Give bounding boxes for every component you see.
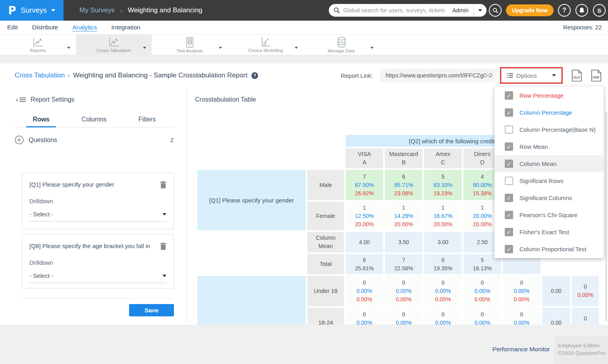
product-switcher-label: Surveys: [21, 6, 46, 15]
questions-label: Questions: [29, 137, 57, 144]
toolbar-item-label: Cross-Tabulation: [97, 48, 131, 53]
search-scope-selector[interactable]: Admin: [448, 4, 474, 17]
drilldown-select[interactable]: - Select -: [29, 211, 166, 221]
checkbox-checked-icon[interactable]: ✓: [505, 211, 513, 219]
performance-monitor-link[interactable]: Performance Monitor: [492, 346, 550, 353]
options-menu-item-label: Row Percentage: [519, 92, 564, 99]
data-cell: 00.00%0.00%: [385, 276, 423, 306]
column-header: MastercardB: [385, 148, 423, 168]
row-question-cell: [Q1] Please specify your gender: [197, 170, 306, 230]
data-cell: 00.00%0.00%: [463, 308, 501, 325]
options-menu-item-significant-columns[interactable]: ✓Significant Columns: [494, 189, 604, 206]
add-question-icon[interactable]: [15, 135, 24, 144]
question-card-q8: [Q8] Please specify the age bracket you …: [22, 234, 174, 289]
toolbar-item-text-analysis[interactable]: Text Analysis: [152, 35, 228, 55]
nav-tab-distribute[interactable]: Distribute: [31, 21, 59, 34]
vertical-scrollbar[interactable]: [605, 112, 607, 322]
line-chart-icon: [33, 37, 43, 47]
checkbox-checked-icon[interactable]: ✓: [505, 91, 513, 100]
data-cell: 00.00%0.00%: [503, 308, 540, 325]
help-button[interactable]: ?: [558, 4, 571, 17]
report-help-icon[interactable]: ?: [251, 72, 258, 79]
options-menu-item-column-percentage[interactable]: ✓Column Percentage: [494, 104, 604, 121]
checkbox-checked-icon[interactable]: ✓: [505, 228, 513, 236]
delete-question-button[interactable]: [160, 243, 166, 250]
toolbar-item-reports[interactable]: Reports: [0, 35, 76, 55]
report-url-box[interactable]: https://www.questionpro.com/t/lFFCZg: [380, 69, 496, 82]
report-url[interactable]: https://www.questionpro.com/t/lFFCZg: [386, 72, 483, 79]
checkbox-checked-icon[interactable]: ✓: [505, 108, 513, 117]
toolbar-item-label: Manage Data: [328, 48, 355, 53]
chevron-down-icon[interactable]: [371, 43, 374, 50]
data-cell: 112.50%20.00%: [345, 202, 383, 230]
top-breadcrumb: My Surveys › Weighting and Balancing: [79, 6, 203, 14]
settings-tab-columns[interactable]: Columns: [68, 113, 120, 127]
search-submit-button[interactable]: [489, 4, 502, 17]
settings-header: ‹ Report Settings: [16, 96, 186, 103]
chevron-down-icon[interactable]: [219, 43, 222, 50]
options-button[interactable]: Options: [502, 69, 561, 82]
chevron-down-icon[interactable]: [295, 43, 298, 50]
drilldown-select-value: - Select -: [29, 272, 162, 279]
link-icon[interactable]: [483, 73, 492, 78]
drilldown-select[interactable]: - Select -: [29, 272, 166, 283]
data-cell: 116.67%20.00%: [424, 202, 462, 230]
upgrade-now-button[interactable]: Upgrade Now: [506, 4, 554, 16]
drilldown-label: Drilldown: [29, 260, 166, 266]
row-total-cell: 00.00%: [572, 276, 599, 306]
search-input[interactable]: [343, 7, 448, 13]
chevron-down-icon[interactable]: [67, 43, 70, 50]
toolbar-item-cross-tabulation[interactable]: Cross-Tabulation: [76, 35, 152, 55]
report-actions: Report Link: https://www.questionpro.com…: [341, 64, 602, 87]
settings-tab-rows[interactable]: Rows: [15, 113, 68, 127]
question-title: [Q8] Please specify the age bracket you …: [29, 243, 160, 249]
toolbar-item-label: Reports: [30, 48, 46, 53]
settings-tab-filters[interactable]: Filters: [121, 113, 174, 127]
checkbox-checked-icon[interactable]: ✓: [505, 245, 513, 253]
options-menu-item-column-mean[interactable]: ✓Column Mean: [494, 155, 604, 172]
options-menu-item-column-proportional-test[interactable]: ✓Column Proportional Test: [494, 241, 604, 258]
nav-tab-analytics[interactable]: Analytics: [71, 21, 98, 34]
options-menu-item-label: Fisher's Exact Test: [519, 229, 569, 235]
collapse-panel-icon[interactable]: ‹: [16, 96, 26, 103]
chevron-down-icon[interactable]: [143, 43, 146, 50]
settings-tabs: RowsColumnsFilters: [15, 113, 174, 127]
breadcrumb-my-surveys[interactable]: My Surveys: [79, 6, 115, 14]
options-menu-item-column-percentage-base-n-[interactable]: Column Percentage(Base N): [494, 121, 604, 138]
question-card-q1: [Q1] Please specify your gender Drilldow…: [22, 173, 174, 229]
export-xls-button[interactable]: XLS: [571, 69, 582, 82]
options-menu-item-fisher-s-exact-test[interactable]: ✓Fisher's Exact Test: [494, 223, 604, 241]
chevron-down-icon: [51, 9, 55, 12]
data-cell: 00.00%0.00%: [463, 276, 501, 306]
report-breadcrumb: Cross Tabulation › Weighting and Balanci…: [15, 71, 258, 79]
notifications-button[interactable]: [575, 4, 588, 17]
data-cell: 619.35%: [424, 254, 462, 274]
save-button[interactable]: Save: [129, 304, 174, 316]
checkbox-checked-icon[interactable]: ✓: [505, 143, 513, 151]
checkbox-unchecked-icon[interactable]: [505, 125, 513, 134]
options-menu-item-label: Column Proportional Test: [519, 246, 586, 252]
options-menu-item-significant-rows[interactable]: Significant Rows: [494, 172, 604, 189]
drilldown-select-value: - Select -: [29, 211, 162, 218]
cross-tabulation-link[interactable]: Cross Tabulation: [15, 71, 65, 79]
question-mark-icon: ?: [562, 7, 566, 14]
column-header: AmexC: [424, 148, 462, 168]
checkbox-unchecked-icon[interactable]: [505, 177, 513, 185]
delete-question-button[interactable]: [160, 181, 166, 189]
user-avatar[interactable]: S: [593, 4, 606, 17]
checkbox-checked-icon[interactable]: ✓: [505, 160, 513, 168]
data-cell: 00.00%0.00%: [345, 308, 383, 325]
options-menu-item-row-mean[interactable]: ✓Row Mean: [494, 138, 604, 155]
toolbar-item-choice-modelling[interactable]: Choice Modelling: [228, 35, 303, 55]
search-scope-caret[interactable]: [474, 4, 486, 17]
export-pdf-button[interactable]: PDF: [591, 69, 602, 82]
options-menu-item-pearson-s-chi-square[interactable]: ✓Pearson's Chi-Square: [494, 206, 604, 223]
nav-tab-integration[interactable]: Integration: [110, 21, 141, 34]
checkbox-checked-icon[interactable]: ✓: [505, 194, 513, 202]
nav-tab-edit[interactable]: Edit: [6, 21, 19, 34]
questionpro-logo[interactable]: P Surveys: [0, 0, 64, 21]
line-chart-icon: [108, 37, 119, 47]
toolbar-item-manage-data[interactable]: Manage Data: [303, 35, 379, 55]
data-cell: 722.58%: [385, 254, 423, 274]
options-menu-item-row-percentage[interactable]: ✓Row Percentage: [494, 87, 604, 104]
